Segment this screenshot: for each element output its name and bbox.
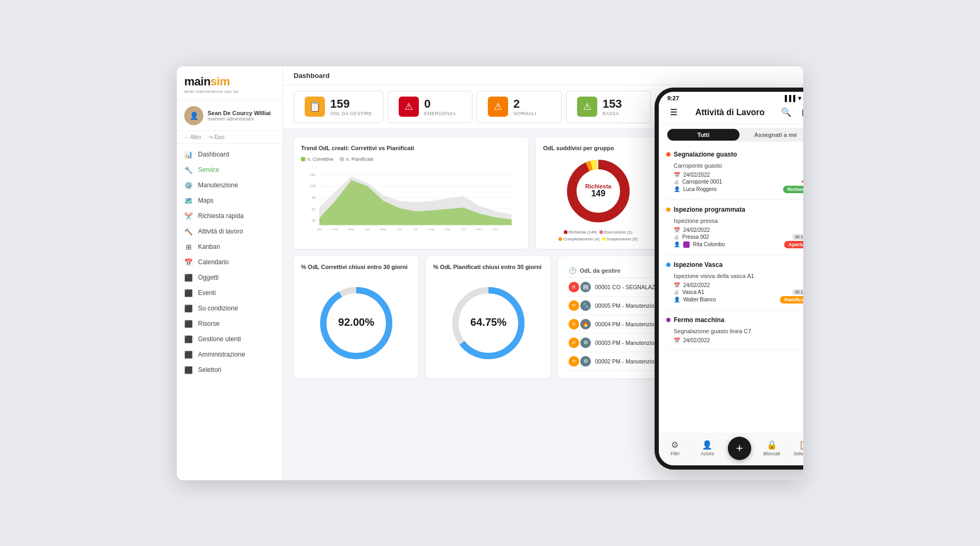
main-header: Dashboard xyxy=(283,66,803,85)
user-icon: 👤 xyxy=(674,297,680,302)
odl-icons: P ⚙ xyxy=(569,356,591,367)
odl-icons: P 🔧 xyxy=(569,300,591,311)
location-icon: 🖨 xyxy=(674,289,679,295)
gauge2-title: % OdL Pianificati chiusi entro 30 giorni xyxy=(433,264,543,270)
filter-icon: ⚙ xyxy=(671,440,678,450)
svg-text:Sep: Sep xyxy=(445,228,451,231)
list-item[interactable]: Segnalazione guasto ··· Carroponte guast… xyxy=(666,145,803,200)
trend-chart-card: Trend OdL creati: Correttivi vs Pianific… xyxy=(294,137,528,249)
kpi-normal-icon: ⚠ xyxy=(488,97,508,117)
richiesta-icon: ✂️ xyxy=(184,212,193,220)
calendario-icon: 📅 xyxy=(184,258,193,266)
odl-icon-p3: P xyxy=(569,337,579,348)
kpi-emergency-icon: ⚠ xyxy=(399,97,419,117)
odl-icons: P 🔥 xyxy=(569,319,591,330)
sidebar-item-amministrazione[interactable]: ⬛ Amministrazione xyxy=(177,347,282,362)
gauge1-svg: 92.00% xyxy=(314,281,399,366)
bottom-fab[interactable]: + xyxy=(724,437,756,460)
svg-text:Oct: Oct xyxy=(461,228,467,231)
sidebar-item-richiesta[interactable]: ✂️ Richiesta rapida xyxy=(177,209,282,224)
kpi-emergency-label: EMERGENZA xyxy=(424,111,456,116)
altro-button[interactable]: ··· Altro xyxy=(184,134,201,140)
item-title-row: Segnalazione guasto xyxy=(666,151,737,158)
sidebar-item-attivita[interactable]: 🔨 Attività di lavoro xyxy=(177,224,282,239)
user-role: mainsim administrator xyxy=(208,116,271,122)
tab-tutti[interactable]: Tutti xyxy=(667,129,740,141)
sidebar-item-service[interactable]: 🔧 Service xyxy=(177,162,282,178)
svg-text:92.00%: 92.00% xyxy=(338,316,374,328)
item-title: Fermo macchina xyxy=(674,316,724,324)
kpi-odl-label: ODL DA GESTIRE xyxy=(330,111,372,116)
mobile-search-icon[interactable]: 🔍 xyxy=(779,105,794,120)
sidebar-item-oggetti[interactable]: ⬛ Oggetti xyxy=(177,270,282,285)
kpi-emergency[interactable]: ⚠ 0 EMERGENZA xyxy=(388,91,472,123)
kanban-icon: ⊞ xyxy=(184,243,193,251)
item-date-row: 📅 24/02/2022 xyxy=(674,172,803,178)
list-item[interactable]: Ispezione Vasca ··· Ispezione visiva del… xyxy=(666,255,803,310)
kpi-normal-label: NORMALI xyxy=(513,111,536,116)
svg-text:Jan: Jan xyxy=(317,228,322,231)
item-header: Fermo macchina ··· xyxy=(666,316,803,324)
select-icon: 📋 xyxy=(799,440,803,450)
donut1-title: OdL suddivisi per gruppo xyxy=(543,145,653,151)
bookmark-icon xyxy=(683,241,690,248)
logout-button[interactable]: ↪ Esci xyxy=(209,134,225,140)
odl-icons: P ⚙ xyxy=(569,337,591,348)
item-location-row: 🖨 Vasca A1 ID 1232 xyxy=(674,289,803,295)
user-icon: 👤 xyxy=(674,241,680,247)
svg-text:100: 100 xyxy=(310,184,316,188)
list-item[interactable]: Ispezione programmata ··· Ispezione pres… xyxy=(666,200,803,255)
id-badge: ID 1232 xyxy=(793,289,803,295)
item-title: Segnalazione guasto xyxy=(674,151,737,158)
item-location-row: 🖨 Carroponte 0001 ●Rec xyxy=(674,179,803,185)
sidebar-item-kanban[interactable]: ⊞ Kanban xyxy=(177,239,282,255)
mobile-app: 9:27 ▐▐▐ ▼ 📶 ☰ Attività di Lavoro 🔍 ▦ Tu… xyxy=(655,88,803,470)
desktop-app: mainsim what maintenance can be 👤 Sean D… xyxy=(177,66,803,480)
kpi-normal[interactable]: ⚠ 2 NORMALI xyxy=(477,91,562,123)
kpi-low-label: BASSA xyxy=(603,111,622,116)
item-title-row: Ispezione Vasca xyxy=(666,261,723,268)
sidebar-item-gestione-utenti[interactable]: ⬛ Gestione utenti xyxy=(177,332,282,347)
bottom-filtri[interactable]: ⚙ Filtri xyxy=(659,440,691,456)
item-header: Ispezione Vasca ··· xyxy=(666,261,803,269)
list-item[interactable]: Fermo macchina ··· Segnalazione guasto l… xyxy=(666,310,803,350)
tab-assegnati[interactable]: Assegnati a me xyxy=(740,129,803,141)
amministrazione-icon: ⬛ xyxy=(184,351,193,359)
sidebar-item-selettori[interactable]: ⬛ Selettori xyxy=(177,362,282,378)
item-user-row: 👤 Rita Colombo Apertura xyxy=(674,241,803,248)
bottom-seleziona[interactable]: 📋 Seleziona xyxy=(788,440,803,456)
sidebar-nav: 📊 Dashboard 🔧 Service ⚙️ Manutenzione 🗺️… xyxy=(177,144,282,480)
svg-text:20: 20 xyxy=(312,219,316,222)
mobile-header: ☰ Attività di Lavoro 🔍 ▦ xyxy=(659,103,803,125)
sidebar-item-eventi[interactable]: ⬛ Eventi xyxy=(177,285,282,301)
item-location-row: 🖨 Pressa 002 ID 1232 xyxy=(674,234,803,240)
mobile-qr-icon[interactable]: ▦ xyxy=(798,105,803,120)
item-sub: Ispezione visiva della vasca A1 ⚡ xyxy=(674,271,803,281)
user-info: 👤 Sean De Courcy Williai mainsim adminis… xyxy=(177,101,282,131)
svg-text:Dec: Dec xyxy=(493,228,498,231)
mobile-menu-icon[interactable]: ☰ xyxy=(666,105,681,120)
fab-button[interactable]: + xyxy=(728,437,751,460)
legend-correttive: n. Correttive xyxy=(301,157,333,162)
manutenzione-icon: ⚙️ xyxy=(184,181,193,189)
kpi-odl[interactable]: 📋 159 ODL DA GESTIRE xyxy=(294,91,383,123)
item-sub: Ispezione pressa ⚡ xyxy=(674,216,803,226)
item-sub: Carroponte guasto ⚡ xyxy=(674,161,803,170)
sidebar-item-su-condizione[interactable]: ⬛ Su condizione xyxy=(177,301,282,316)
sidebar-item-risorse[interactable]: ⬛ Risorse xyxy=(177,316,282,332)
item-title: Ispezione programmata xyxy=(674,206,745,213)
mobile-activity-list: Segnalazione guasto ··· Carroponte guast… xyxy=(659,145,803,433)
bottom-bloccati[interactable]: 🔒 Bloccati xyxy=(755,440,788,456)
svg-text:Jul: Jul xyxy=(414,228,418,231)
kpi-odl-icon: 📋 xyxy=(305,97,325,117)
bottom-azioni[interactable]: 👤 Azioni xyxy=(691,440,724,456)
sidebar-item-maps[interactable]: 🗺️ Maps xyxy=(177,193,282,209)
sidebar-item-manutenzione[interactable]: ⚙️ Manutenzione xyxy=(177,178,282,193)
dashboard-icon: 📊 xyxy=(184,151,193,159)
sidebar-item-calendario[interactable]: 📅 Calendario xyxy=(177,255,282,270)
item-date-row: 📅 24/02/2022 xyxy=(674,337,803,343)
kpi-low-icon: ⚠ xyxy=(577,97,597,117)
item-status: Richiesta xyxy=(783,186,803,193)
kpi-low[interactable]: ⚠ 153 BASSA xyxy=(566,91,651,123)
sidebar-item-dashboard[interactable]: 📊 Dashboard xyxy=(177,147,282,162)
